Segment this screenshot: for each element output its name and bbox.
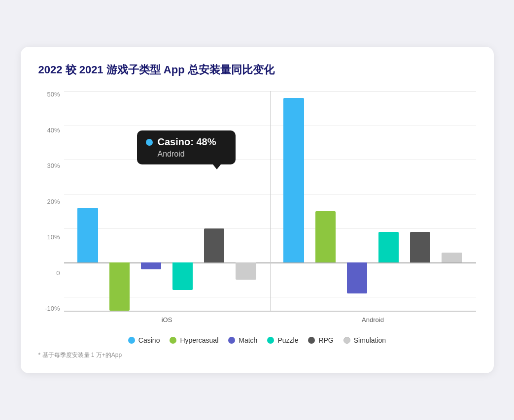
legend-label: Simulation: [354, 336, 386, 344]
y-axis-label: 20%: [47, 198, 60, 205]
y-axis-label: 50%: [47, 91, 60, 97]
page-title: 2022 较 2021 游戏子类型 App 总安装量同比变化: [38, 63, 476, 77]
legend-label: Puzzle: [277, 336, 298, 344]
tooltip-title: Casino: 48%: [146, 136, 227, 148]
x-label-ios: iOS: [64, 312, 270, 327]
footnote: * 基于每季度安装量 1 万+的App: [38, 351, 476, 359]
bar-puzzle: [378, 232, 399, 263]
legend-label: Match: [239, 336, 257, 344]
legend-item-simulation: Simulation: [343, 336, 386, 344]
y-axis-label: 30%: [47, 162, 60, 169]
chart-container: 50%40%30%20%10%0-10% iOS Android Casino:…: [38, 91, 476, 327]
legend-label: Casino: [138, 336, 160, 344]
y-axis: 50%40%30%20%10%0-10%: [38, 91, 64, 327]
legend: CasinoHypercasualMatchPuzzleRPGSimulatio…: [38, 336, 476, 344]
legend-dot: [170, 337, 176, 344]
bar-hypercasual: [109, 262, 130, 311]
bar-simulation: [236, 262, 256, 280]
legend-item-hypercasual: Hypercasual: [170, 336, 218, 344]
x-axis: iOS Android: [64, 312, 476, 327]
legend-dot: [228, 337, 235, 344]
y-axis-label: 40%: [47, 127, 60, 133]
bar-casino: [283, 98, 304, 263]
bar-match: [347, 262, 368, 293]
legend-item-casino: Casino: [128, 336, 160, 344]
bar-puzzle: [172, 262, 193, 290]
legend-dot: [308, 337, 315, 344]
legend-item-rpg: RPG: [308, 336, 333, 344]
plot-area: [64, 91, 476, 312]
y-axis-label: 0: [56, 270, 60, 276]
bar-match: [141, 262, 162, 269]
legend-dot: [343, 337, 350, 344]
group-separator: [270, 91, 271, 311]
bar-casino: [77, 208, 98, 263]
bar-rpg: [410, 232, 431, 263]
chart-area: 50%40%30%20%10%0-10% iOS Android Casino:…: [38, 91, 476, 359]
chart-card: 2022 较 2021 游戏子类型 App 总安装量同比变化 50%40%30%…: [21, 47, 494, 373]
bar-hypercasual: [315, 211, 336, 263]
tooltip: Casino: 48% Android: [137, 130, 236, 164]
tooltip-dot: [146, 139, 153, 146]
y-axis-label: 10%: [47, 234, 60, 240]
x-label-android: Android: [270, 312, 476, 327]
legend-dot: [128, 337, 135, 344]
legend-label: RPG: [318, 336, 333, 344]
legend-item-match: Match: [228, 336, 257, 344]
tooltip-label: Casino: 48%: [158, 136, 216, 148]
legend-dot: [267, 337, 274, 344]
bar-simulation: [442, 253, 462, 263]
legend-label: Hypercasual: [180, 336, 218, 344]
bar-rpg: [204, 228, 225, 263]
tooltip-subtitle: Android: [158, 150, 227, 159]
legend-item-puzzle: Puzzle: [267, 336, 298, 344]
y-axis-label: -10%: [45, 305, 60, 312]
